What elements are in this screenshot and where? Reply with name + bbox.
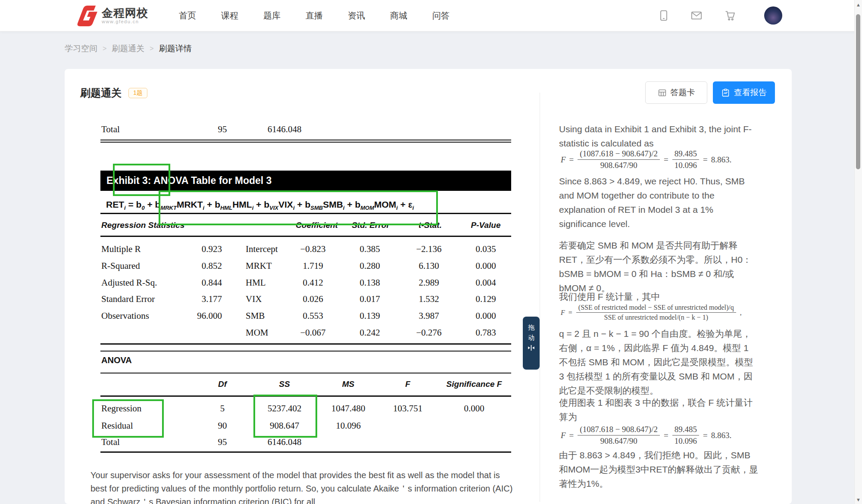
page-scrollbar[interactable]: ▲ ▼ — [854, 0, 862, 504]
logo-g-icon — [77, 5, 98, 26]
explanation-paragraph-p3: 若要确定 SMB 和 MOM 是否共同有助于解释 RET，至少有一个系数必须不为… — [559, 238, 758, 295]
table-cell: 0.923 — [202, 244, 222, 255]
table-cell: F — [405, 380, 410, 389]
site-logo[interactable]: 金程网校 www.gfedu.cn — [77, 5, 148, 26]
logo-subtitle: www.gfedu.cn — [102, 19, 148, 24]
table-cell: 0.242 — [359, 327, 380, 338]
breadcrumb-separator: > — [150, 45, 153, 53]
table-cell: 0.000 — [475, 261, 496, 271]
user-avatar[interactable] — [764, 6, 782, 25]
table-cell: 0.000 — [464, 403, 484, 414]
table-cell: −0.067 — [300, 327, 325, 338]
table-cell: 0.026 — [303, 294, 323, 305]
nav-item-5[interactable]: 资讯 — [348, 10, 365, 22]
phone-icon[interactable] — [658, 9, 670, 22]
drag-resize-handle[interactable]: 拖动 — [523, 317, 540, 370]
table-cell: 2.989 — [419, 277, 439, 288]
table-cell: MOM — [246, 327, 269, 338]
drag-handle-label: 拖动 — [528, 322, 535, 343]
table-cell: Df — [218, 380, 227, 389]
explanation-paragraph-p2: Since 8.863 > 4.849, we reject H0. Thus,… — [559, 174, 758, 231]
table-cell: 1.719 — [303, 261, 323, 271]
breadcrumb-item-3: 刷题详情 — [159, 43, 192, 54]
page: 金程网校 www.gfedu.cn 首页课程题库直播资讯商城问答 学习空间>刷题… — [0, 0, 862, 504]
table-cell: 103.751 — [393, 403, 422, 414]
nav-item-7[interactable]: 问答 — [432, 10, 450, 22]
breadcrumb-item-2[interactable]: 刷题通关 — [112, 43, 144, 54]
table-cell: HML — [246, 277, 266, 288]
table-cell: 1.532 — [419, 294, 439, 305]
explanation-paragraph-p7: 由于 8.863 > 4.849，我们拒绝 H0。因此，SMB和MOM一起为模型… — [559, 448, 758, 491]
table-cell: 0.139 — [359, 311, 380, 321]
table-cell: SS — [279, 380, 290, 389]
explanation-paragraph-p1: Using data in Exhibit 1 and Exhibit 3, t… — [559, 122, 758, 150]
table-rule — [100, 343, 511, 345]
nav-item-1[interactable]: 首页 — [179, 10, 196, 22]
highlight-box-anova-labels — [92, 399, 164, 438]
table-cell: −0.823 — [300, 244, 325, 255]
table-cell: 3.987 — [419, 311, 439, 321]
table-cell: Total — [101, 124, 120, 135]
scrollbar-thumb[interactable] — [856, 14, 860, 169]
table-rule — [100, 236, 511, 237]
scrollbar-up-arrow[interactable]: ▲ — [855, 1, 862, 8]
table-cell: 0.017 — [359, 294, 380, 305]
breadcrumb-separator: > — [103, 45, 106, 53]
explanation-paragraph-p4: 我们使用 F 统计量，其中 — [559, 289, 758, 304]
table-cell: 0.138 — [359, 277, 380, 288]
mail-icon[interactable] — [690, 9, 703, 22]
nav-item-4[interactable]: 直播 — [306, 10, 323, 22]
cart-icon[interactable] — [724, 9, 736, 22]
top-navbar: 金程网校 www.gfedu.cn 首页课程题库直播资讯商城问答 — [0, 0, 862, 31]
table-cell: 0.280 — [359, 261, 380, 271]
explanation-paragraph-p6: 使用图表 1 和图表 3 中的数据，联合 F 统计量计算为 — [559, 395, 758, 424]
table-cell: Significance F — [447, 380, 502, 389]
table-cell: P-Value — [471, 221, 501, 230]
table-cell: VIX — [246, 294, 262, 305]
table-cell: R-Squared — [101, 261, 140, 271]
table-cell: Multiple R — [101, 244, 141, 255]
table-cell: Standard Error — [101, 294, 155, 305]
table-cell: 6146.048 — [268, 124, 302, 135]
highlight-box-equation — [159, 190, 438, 225]
formula-f3: F=(1087.618 − 908.647)/2908.647/90=89.48… — [559, 425, 762, 446]
table-cell: 90 — [218, 420, 227, 431]
panel-divider — [540, 93, 540, 502]
table-cell: 0.035 — [475, 244, 496, 255]
explanation-paragraph-p5: q = 2 且 n − k − 1 = 90 个自由度。检验为单尾，右侧，α =… — [559, 327, 758, 398]
logo-title: 金程网校 — [102, 7, 148, 19]
table-rule — [100, 351, 511, 352]
table-cell: 95 — [218, 124, 227, 135]
table-rule — [100, 451, 511, 453]
table-cell: 0.129 — [475, 294, 496, 305]
explanation-panel: Using data in Exhibit 1 and Exhibit 3, t… — [559, 69, 764, 504]
table-cell: Total — [101, 437, 120, 448]
table-cell: 0.000 — [475, 311, 496, 321]
main-nav: 首页课程题库直播资讯商城问答 — [179, 0, 450, 31]
scrollbar-down-arrow[interactable]: ▼ — [855, 496, 862, 503]
table-cell: 0.783 — [475, 327, 496, 338]
breadcrumb: 学习空间>刷题通关>刷题详情 — [65, 43, 192, 54]
nav-item-3[interactable]: 题库 — [263, 10, 281, 22]
table-cell: −2.136 — [416, 244, 441, 255]
table-cell: 0.852 — [202, 261, 222, 271]
table-cell: ANOVA — [101, 355, 132, 365]
question-text: Your supervisor asks for your assessment… — [91, 469, 517, 504]
table-rule — [100, 142, 511, 143]
table-cell: MRKT — [246, 261, 272, 271]
question-card: 刷题通关 1题 答题卡 查看报告 Exhibit 3: ANOVA Table … — [65, 69, 792, 504]
table-cell: 10.096 — [336, 420, 361, 431]
table-rule — [100, 140, 511, 140]
table-cell: 0.412 — [303, 277, 323, 288]
nav-item-2[interactable]: 课程 — [221, 10, 238, 22]
formula-f2: F=(SSE of restricted model − SSE of unre… — [559, 304, 762, 321]
table-cell: 95 — [218, 437, 227, 448]
nav-item-6[interactable]: 商城 — [390, 10, 407, 22]
table-cell: 96.000 — [197, 311, 222, 321]
table-cell: 0.385 — [359, 244, 380, 255]
table-cell: 0.004 — [475, 277, 496, 288]
highlight-box-ss-values — [253, 395, 317, 438]
table-cell: −0.276 — [416, 327, 441, 338]
breadcrumb-item-1[interactable]: 学习空间 — [65, 43, 97, 54]
table-cell: 5 — [220, 403, 225, 414]
